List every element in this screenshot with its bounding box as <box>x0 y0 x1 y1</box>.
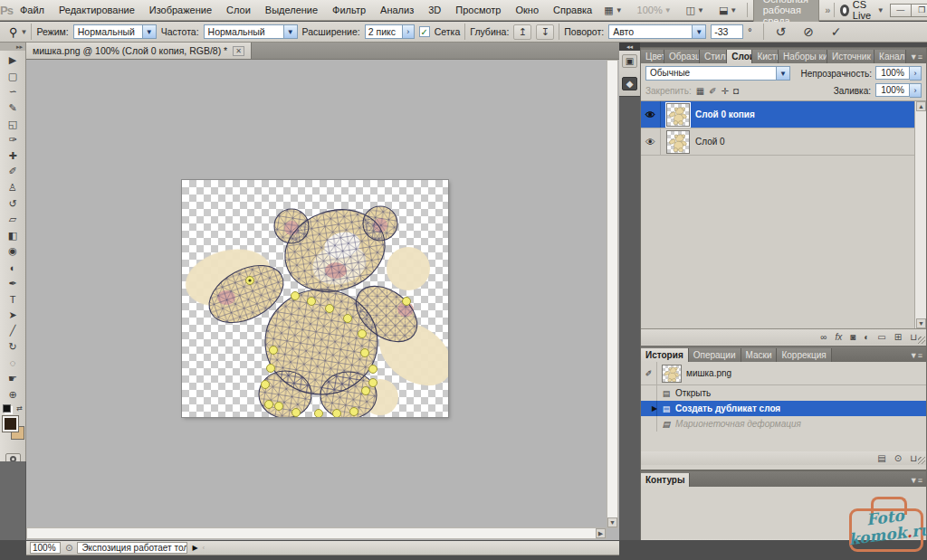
layer-name[interactable]: Слой 0 <box>695 137 725 147</box>
warp-pin-13[interactable] <box>275 403 283 411</box>
layers-scrollbar[interactable]: ▲ ▼ <box>914 101 926 328</box>
hand-tool[interactable]: ☛ <box>2 371 24 387</box>
tool-preset-picker[interactable]: ⚲ ▼ <box>5 24 32 40</box>
eyedropper-tool[interactable]: ✑ <box>2 132 24 148</box>
new-group-icon[interactable]: ▭ <box>877 332 885 342</box>
panel-tab-5[interactable]: Наборы кисте <box>779 50 827 63</box>
lock-transparency-icon[interactable]: ▦ <box>696 86 704 96</box>
scroll-down-icon[interactable]: ▼ <box>916 318 926 328</box>
3d-orbit-tool[interactable]: ◌ <box>2 355 24 371</box>
menu-item-9[interactable]: Окно <box>509 5 547 15</box>
history-snapshot-row[interactable]: ✐ мишка.png <box>641 362 926 385</box>
pin-depth-down-button[interactable]: ↧ <box>536 24 554 40</box>
vertical-scrollbar[interactable]: ▼ <box>607 60 618 528</box>
gradient-tool[interactable]: ◧ <box>2 228 24 244</box>
new-document-from-state-icon[interactable]: ▤ <box>877 453 885 463</box>
opacity-field[interactable]: 100%› <box>875 66 922 81</box>
grid-checkbox[interactable]: ✓ <box>419 26 430 37</box>
delete-state-icon[interactable]: ⊔ <box>910 453 917 463</box>
menu-item-10[interactable]: Справка <box>546 5 599 15</box>
screen-mode-button[interactable]: ⬓▼ <box>714 3 741 18</box>
warp-pin-10[interactable] <box>267 365 275 373</box>
puppet-warp-canvas[interactable] <box>182 180 448 417</box>
delete-layer-icon[interactable]: ⊔ <box>910 332 917 342</box>
lasso-tool[interactable]: ∽ <box>2 84 24 100</box>
clone-stamp-tool[interactable]: ♙ <box>2 180 24 196</box>
history-step-puppet-warp[interactable]: ▤ Марионеточная деформация <box>641 416 926 432</box>
menu-item-8[interactable]: Просмотр <box>448 5 508 15</box>
panel-resize-grip[interactable] <box>918 337 925 344</box>
layer-name[interactable]: Слой 0 копия <box>695 109 755 119</box>
history-step-duplicate-layer[interactable]: ▶ ▤ Создать дубликат слоя <box>641 401 926 416</box>
panel-menu-icon[interactable]: ▼≡ <box>906 52 926 63</box>
visibility-toggle[interactable]: 👁 <box>641 101 661 128</box>
workspace-overflow-chevrons[interactable]: » <box>825 5 828 15</box>
add-mask-icon[interactable]: ◙ <box>850 332 855 342</box>
panel-tab-4[interactable]: Кисть <box>752 50 779 63</box>
panel-tab-0[interactable]: История <box>641 348 689 362</box>
dock-collapse-icon[interactable]: ◂◂ <box>619 43 640 51</box>
zoom-percentage-input[interactable]: 100% <box>30 542 61 554</box>
document-tab[interactable]: мишка.png @ 100% (Слой 0 копия, RGB/8) *… <box>26 43 252 59</box>
quick-selection-tool[interactable]: ✎ <box>2 100 24 117</box>
zoom-level-control[interactable]: 100% ▼ <box>633 3 676 17</box>
panel-menu-icon[interactable]: ▼≡ <box>906 476 926 487</box>
scroll-up-icon[interactable]: ▲ <box>916 101 926 111</box>
panel-tab-3[interactable]: Слои <box>727 50 752 63</box>
warp-pin-2[interactable] <box>308 298 316 306</box>
lock-all-icon[interactable]: ◘ <box>733 86 739 96</box>
expansion-input[interactable]: 2 пикс <box>365 24 403 39</box>
remove-all-pins-button[interactable]: ↺ <box>769 24 792 39</box>
panel-menu-icon[interactable]: ▼≡ <box>906 351 926 362</box>
layer-style-icon[interactable]: fx <box>835 332 842 342</box>
layer-row-original[interactable]: 👁 Слой 0 <box>641 128 926 156</box>
arrange-documents-button[interactable]: ◫▼ <box>682 3 709 18</box>
panel-tab-6[interactable]: Источник кло <box>827 50 874 63</box>
adjustment-layer-icon[interactable]: ◐ <box>864 332 869 342</box>
warp-pin-4[interactable] <box>344 315 352 323</box>
default-colors-icon[interactable] <box>3 404 11 413</box>
history-source-well[interactable] <box>641 416 657 432</box>
lock-pixels-icon[interactable]: ✐ <box>709 86 716 96</box>
menu-item-6[interactable]: Анализ <box>373 5 421 15</box>
density-select[interactable]: Нормальный▼ <box>204 24 298 39</box>
dock-panel-icon[interactable]: ◆ <box>622 77 637 90</box>
type-tool[interactable]: T <box>2 291 24 308</box>
warp-pin-6[interactable] <box>361 349 369 357</box>
rotate-angle-input[interactable]: -33 <box>711 24 743 39</box>
panel-tab-1[interactable]: Операции <box>689 348 741 362</box>
warp-pin-18[interactable] <box>362 387 370 395</box>
history-source-icon[interactable]: ✐ <box>641 362 657 384</box>
panel-tab-1[interactable]: Образцы <box>664 50 700 63</box>
warped-bear-layer[interactable] <box>199 197 427 417</box>
rotate-select[interactable]: Авто▼ <box>608 24 706 39</box>
menu-item-3[interactable]: Слои <box>219 5 258 15</box>
warp-pin-5[interactable] <box>358 330 367 338</box>
panel-tab-2[interactable]: Маски <box>741 348 778 362</box>
minimize-button[interactable]: — <box>890 4 912 17</box>
cancel-warp-button[interactable]: ⊘ <box>797 24 820 39</box>
layer-thumbnail[interactable] <box>666 103 690 127</box>
menu-item-4[interactable]: Выделение <box>258 5 325 15</box>
blend-mode-select[interactable]: Обычные▼ <box>645 66 790 81</box>
menu-item-5[interactable]: Фильтр <box>325 5 373 15</box>
scroll-down-icon[interactable]: ▼ <box>607 517 617 527</box>
warp-pin-14[interactable] <box>292 409 301 417</box>
warp-pin-1[interactable] <box>291 292 300 300</box>
expansion-stepper[interactable]: › <box>403 24 415 39</box>
scroll-right-icon[interactable]: ▶ <box>596 528 606 538</box>
blur-tool[interactable]: ◉ <box>2 243 24 260</box>
healing-brush-tool[interactable]: ✚ <box>2 148 24 165</box>
history-state-pointer-icon[interactable]: ▶ <box>652 404 657 413</box>
document-close-icon[interactable]: ✕ <box>233 46 244 56</box>
lock-position-icon[interactable]: ✛ <box>722 86 729 96</box>
layer-row-copy[interactable]: 👁 Слой 0 копия <box>641 101 926 128</box>
eraser-tool[interactable]: ▱ <box>2 212 24 228</box>
path-selection-tool[interactable]: ➤ <box>2 308 24 324</box>
layer-thumbnail[interactable] <box>666 130 690 154</box>
horizontal-scrollbar[interactable]: ▶ <box>26 527 607 539</box>
warp-pin-17[interactable] <box>350 408 358 416</box>
pen-tool[interactable]: ✒ <box>2 275 24 291</box>
cs-live-button[interactable]: CS Live▼ <box>840 0 884 21</box>
warp-pin-12[interactable] <box>265 401 273 409</box>
